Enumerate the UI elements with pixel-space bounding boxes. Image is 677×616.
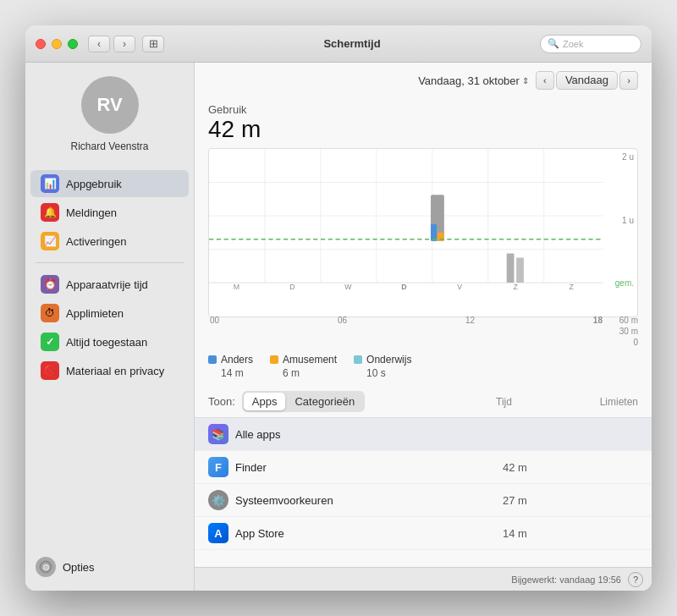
chart-area: Gebruik 42 m [195, 95, 652, 379]
appstore-icon: A [208, 523, 228, 543]
content: RV Richard Veenstra 📊 Appgebruik 🔔 Meldi… [25, 63, 652, 591]
table-row[interactable]: A App Store 14 m [195, 517, 652, 550]
traffic-lights [36, 39, 78, 49]
altijd-icon: ✓ [41, 333, 59, 351]
options-icon[interactable]: ⚙ [36, 557, 56, 577]
date-arrows-icon: ⇕ [522, 76, 529, 85]
privacy-icon: 🚫 [41, 361, 59, 380]
svg-text:D: D [289, 283, 295, 291]
prev-period-button[interactable]: ‹ [536, 71, 554, 90]
next-period-button[interactable]: › [619, 71, 638, 90]
date-nav: ‹ Vandaag › [536, 71, 638, 90]
svg-text:Z: Z [570, 283, 575, 291]
table-row[interactable]: 📚 Alle apps [195, 418, 652, 451]
minimize-button[interactable] [52, 39, 62, 49]
titlebar: ‹ › ⊞ Schermtijd 🔍 Zoek [25, 25, 652, 63]
table-toolbar: Toon: Apps Categorieën Tijd Limieten [195, 386, 652, 418]
sidebar-item-altijd-toegestaan[interactable]: ✓ Altijd toegestaan [30, 328, 189, 355]
svg-rect-14 [431, 224, 437, 241]
search-placeholder: Zoek [563, 39, 583, 49]
search-icon: 🔍 [548, 38, 559, 49]
svg-rect-17 [507, 254, 515, 283]
sidebar-label-appgebruik: Appgebruik [66, 178, 122, 190]
anders-dot [208, 355, 217, 364]
min-label-0: 0 [633, 338, 638, 347]
options-label[interactable]: Opties [63, 561, 95, 574]
date-label: Vandaag, 31 oktober [418, 74, 520, 87]
alle-apps-name: Alle apps [235, 428, 503, 441]
svg-text:M: M [234, 283, 240, 291]
main-panel: Vandaag, 31 oktober ⇕ ‹ Vandaag › Gebrui… [195, 63, 652, 591]
time-label-00: 00 [210, 316, 219, 347]
user-name: Richard Veenstra [70, 140, 148, 152]
forward-button[interactable]: › [113, 36, 135, 52]
segment-apps[interactable]: Apps [244, 393, 286, 410]
sidebar: RV Richard Veenstra 📊 Appgebruik 🔔 Meldi… [25, 63, 195, 591]
grid-button[interactable]: ⊞ [142, 36, 164, 52]
activeringen-icon: 📈 [41, 232, 59, 250]
segmented-control: Apps Categorieën [242, 391, 365, 412]
col-limits-header: Limieten [570, 396, 638, 408]
maximize-button[interactable] [68, 39, 78, 49]
sidebar-label-materiaal-privacy: Materiaal en privacy [66, 365, 164, 377]
systeemvoorkeuren-name: Systeemvoorkeuren [235, 494, 503, 507]
table-row[interactable]: ⚙️ Systeemvoorkeuren 27 m [195, 484, 652, 517]
sidebar-item-meldingen[interactable]: 🔔 Meldingen [30, 199, 189, 226]
anders-value: 14 m [208, 367, 253, 379]
sidebar-bottom: ⚙ Opties [25, 550, 194, 584]
table-area: Toon: Apps Categorieën Tijd Limieten 📚 [195, 386, 652, 567]
toon-label: Toon: [208, 395, 235, 408]
min-label-60: 60 m [619, 316, 638, 325]
appgebruik-icon: 📊 [41, 174, 59, 193]
avatar-section: RV Richard Veenstra [25, 76, 194, 152]
status-bar: Bijgewerkt: vandaag 19:56 ? [195, 567, 652, 591]
chart-usage: 42 m [208, 116, 638, 143]
alle-apps-icon: 📚 [208, 424, 228, 444]
chart-label: Gebruik [208, 103, 638, 116]
nav-buttons: ‹ › [88, 36, 135, 52]
svg-text:D: D [401, 283, 407, 291]
anders-label: Anders [221, 354, 253, 366]
sidebar-item-activeringen[interactable]: 📈 Activeringen [30, 228, 189, 255]
finder-name: Finder [235, 461, 503, 474]
appstore-time: 14 m [503, 527, 570, 540]
applimieten-icon: ⏱ [41, 304, 59, 322]
close-button[interactable] [36, 39, 46, 49]
window-title: Schermtijd [164, 37, 540, 50]
sidebar-item-applimieten[interactable]: ⏱ Applimieten [30, 300, 189, 327]
chart-legend: Anders 14 m Amusement 6 m [208, 354, 638, 379]
svg-rect-18 [516, 257, 524, 283]
chart-svg: M D W D V Z Z [209, 149, 603, 291]
legend-amusement: Amusement 6 m [270, 354, 337, 379]
help-button[interactable]: ? [628, 572, 643, 587]
sidebar-item-apparaatvrije-tijd[interactable]: ⏰ Apparaatvrije tijd [30, 271, 189, 298]
date-text: Vandaag, 31 oktober ⇕ [418, 74, 529, 87]
table-row[interactable]: F Finder 42 m [195, 451, 652, 484]
chart-bottom-row: 00 06 12 18 60 m 30 m 0 [208, 316, 638, 347]
sidebar-item-appgebruik[interactable]: 📊 Appgebruik [30, 170, 189, 197]
search-box[interactable]: 🔍 Zoek [540, 35, 641, 53]
chart-y-axis-minutes [604, 149, 638, 291]
chart-x-axis [209, 293, 603, 316]
sidebar-spacer [25, 385, 194, 550]
svg-text:⚙: ⚙ [42, 563, 50, 572]
sidebar-label-applimieten: Applimieten [66, 307, 124, 320]
meldingen-icon: 🔔 [41, 203, 59, 222]
col-time-header: Tijd [496, 396, 564, 408]
onderwijs-dot [354, 355, 362, 364]
appstore-name: App Store [235, 527, 503, 540]
amusement-label: Amusement [283, 354, 337, 366]
finder-icon: F [208, 457, 228, 477]
amusement-value: 6 m [270, 367, 337, 379]
sidebar-item-materiaal-privacy[interactable]: 🚫 Materiaal en privacy [30, 357, 189, 384]
systeemvoorkeuren-icon: ⚙️ [208, 490, 228, 510]
app-table: 📚 Alle apps F Finder 42 m [195, 418, 652, 567]
avatar: RV [81, 76, 139, 134]
segment-categorieen[interactable]: Categorieën [286, 393, 363, 410]
today-button[interactable]: Vandaag [556, 71, 618, 90]
sidebar-label-apparaatvrije-tijd: Apparaatvrije tijd [66, 278, 148, 291]
svg-text:V: V [457, 283, 463, 291]
main-header: Vandaag, 31 oktober ⇕ ‹ Vandaag › [195, 63, 652, 95]
status-text: Bijgewerkt: vandaag 19:56 [511, 575, 621, 585]
back-button[interactable]: ‹ [88, 36, 110, 52]
